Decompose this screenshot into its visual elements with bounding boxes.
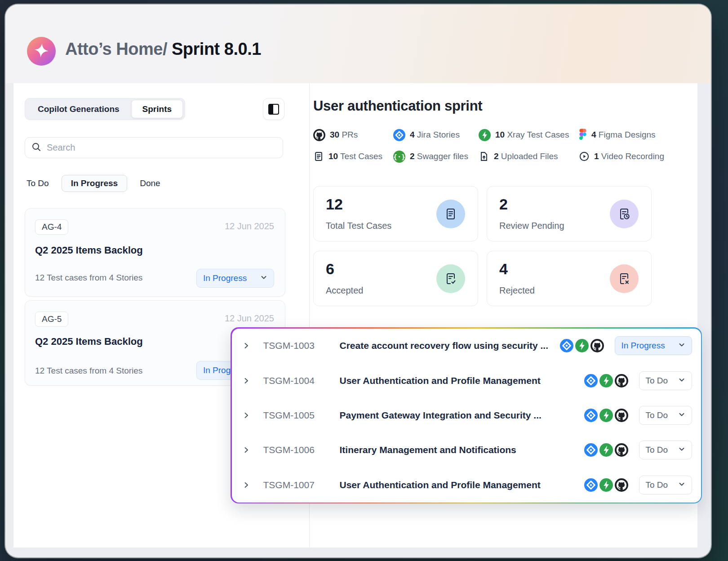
- github-icon: [313, 129, 325, 141]
- uploaded-file-icon: [479, 151, 489, 162]
- xray-icon: [599, 443, 613, 457]
- stat-label: 10 Xray Test Cases: [495, 130, 569, 140]
- stat-label: 2 Uploaded Files: [494, 151, 558, 161]
- row-status-dropdown[interactable]: To Do: [639, 406, 692, 425]
- row-id: TSGM-1007: [263, 480, 329, 490]
- collapse-panel-button[interactable]: [263, 98, 284, 120]
- test-case-row[interactable]: TSGM-1005 Payment Gateway Integration an…: [232, 398, 701, 432]
- summary-label: Total Test Cases: [326, 221, 391, 231]
- stat-xray-test-cases: 10 Xray Test Cases: [479, 128, 569, 142]
- card-subtitle: 12 Test cases from 4 Stories: [35, 273, 142, 283]
- summary-value: 12: [326, 196, 343, 213]
- jira-icon: [584, 409, 598, 422]
- figma-icon: [579, 128, 587, 142]
- card-date: 12 Jun 2025: [225, 221, 274, 232]
- card-status-label: In Progress: [203, 273, 247, 283]
- card-id-badge: AG-4: [35, 219, 68, 235]
- chevron-right-icon[interactable]: [243, 446, 251, 454]
- filter-done[interactable]: Done: [138, 178, 162, 188]
- stat-label: 4 Figma Designs: [591, 130, 656, 140]
- jira-icon: [584, 443, 598, 457]
- summary-card-review-pending: 2 Review Pending: [487, 186, 652, 241]
- row-title: User Authentication and Profile Manageme…: [340, 480, 584, 490]
- jira-icon: [560, 339, 573, 352]
- xray-icon: [599, 478, 613, 492]
- chevron-right-icon[interactable]: [243, 377, 251, 384]
- github-icon: [615, 409, 628, 422]
- test-case-row[interactable]: TSGM-1007 User Authentication and Profil…: [232, 468, 701, 502]
- stat-uploaded-files: 2 Uploaded Files: [479, 150, 558, 163]
- row-title: User Authentication and Profile Manageme…: [340, 375, 584, 386]
- stat-video-recording: 1 Video Recording: [579, 150, 664, 163]
- summary-value: 4: [499, 260, 508, 278]
- github-icon: [615, 443, 628, 457]
- sprint-heading: User authentication sprint: [313, 98, 482, 114]
- row-status-dropdown[interactable]: To Do: [639, 441, 692, 459]
- toggle-sprints[interactable]: Sprints: [131, 100, 183, 118]
- app-logo: [27, 37, 56, 66]
- search-input[interactable]: [47, 142, 276, 153]
- chevron-right-icon[interactable]: [243, 481, 251, 489]
- row-source-icons: [584, 409, 628, 422]
- card-status-dropdown[interactable]: In Progress: [196, 269, 274, 288]
- github-icon: [615, 478, 628, 492]
- stat-label: 1 Video Recording: [594, 151, 664, 161]
- card-subtitle: 12 Test cases from 4 Stories: [35, 366, 142, 376]
- test-cases-overlay: TSGM-1003 Create account recovery flow u…: [231, 327, 702, 503]
- row-source-icons: [584, 478, 628, 492]
- row-id: TSGM-1003: [263, 340, 329, 351]
- row-title: Create account recovery flow using secur…: [340, 340, 560, 351]
- page-title: Atto’s Home/ Sprint 8.0.1: [65, 40, 261, 59]
- stat-prs: 30 PRs: [313, 128, 358, 142]
- split-panel-icon: [268, 104, 279, 115]
- row-title: Itinerary Management and Notifications: [340, 445, 584, 455]
- row-id: TSGM-1005: [263, 410, 329, 421]
- summary-card-accepted: 6 Accepted: [313, 251, 478, 306]
- chevron-down-icon: [678, 445, 685, 455]
- chevron-down-icon: [678, 341, 685, 351]
- row-status-label: To Do: [646, 376, 668, 386]
- screen: Atto’s Home/ Sprint 8.0.1 Copilot Genera…: [0, 0, 728, 561]
- filter-in-progress[interactable]: In Progress: [62, 175, 128, 192]
- row-source-icons: [560, 339, 604, 352]
- github-icon: [615, 374, 628, 387]
- row-id: TSGM-1004: [263, 375, 329, 386]
- row-status-label: To Do: [646, 480, 668, 490]
- summary-label: Accepted: [326, 285, 363, 296]
- test-case-row[interactable]: TSGM-1004 User Authentication and Profil…: [232, 363, 701, 398]
- swagger-icon: {·}: [393, 151, 405, 163]
- sparkle-icon: [32, 41, 50, 61]
- row-status-dropdown[interactable]: To Do: [639, 476, 692, 494]
- chevron-down-icon: [678, 480, 685, 490]
- test-case-row[interactable]: TSGM-1006 Itinerary Management and Notif…: [232, 433, 701, 468]
- github-icon: [590, 339, 604, 352]
- toggle-copilot-generations[interactable]: Copilot Generations: [27, 100, 130, 118]
- filter-todo[interactable]: To Do: [25, 178, 51, 188]
- summary-card-rejected: 4 Rejected: [487, 251, 652, 306]
- view-toggle: Copilot Generations Sprints: [25, 98, 185, 120]
- row-status-dropdown[interactable]: To Do: [639, 371, 692, 390]
- chevron-down-icon: [678, 410, 685, 420]
- xray-icon: [599, 409, 613, 422]
- search-bar[interactable]: [25, 137, 283, 158]
- sprint-card[interactable]: AG-4 12 Jun 2025 Q2 2025 Items Backlog 1…: [25, 208, 285, 297]
- row-status-dropdown[interactable]: In Progress: [615, 336, 692, 355]
- jira-icon: [584, 478, 598, 492]
- row-source-icons: [584, 443, 628, 457]
- row-status-label: To Do: [646, 445, 668, 455]
- breadcrumb: Atto’s Home/: [65, 40, 167, 58]
- stat-label: 4 Jira Stories: [410, 130, 460, 140]
- chevron-right-icon[interactable]: [243, 412, 251, 419]
- chevron-right-icon[interactable]: [243, 342, 251, 349]
- card-date: 12 Jun 2025: [225, 313, 274, 324]
- document-x-icon: [610, 264, 639, 293]
- row-source-icons: [584, 374, 628, 387]
- card-title: Q2 2025 Items Backlog: [35, 245, 143, 256]
- stat-test-cases: 10 Test Cases: [313, 150, 382, 163]
- test-case-row[interactable]: TSGM-1003 Create account recovery flow u…: [232, 329, 701, 363]
- xray-icon: [575, 339, 589, 352]
- summary-label: Rejected: [499, 285, 535, 296]
- card-id-badge: AG-5: [35, 312, 68, 327]
- card-title: Q2 2025 Items Backlog: [35, 336, 143, 347]
- row-title: Payment Gateway Integration and Security…: [340, 410, 584, 421]
